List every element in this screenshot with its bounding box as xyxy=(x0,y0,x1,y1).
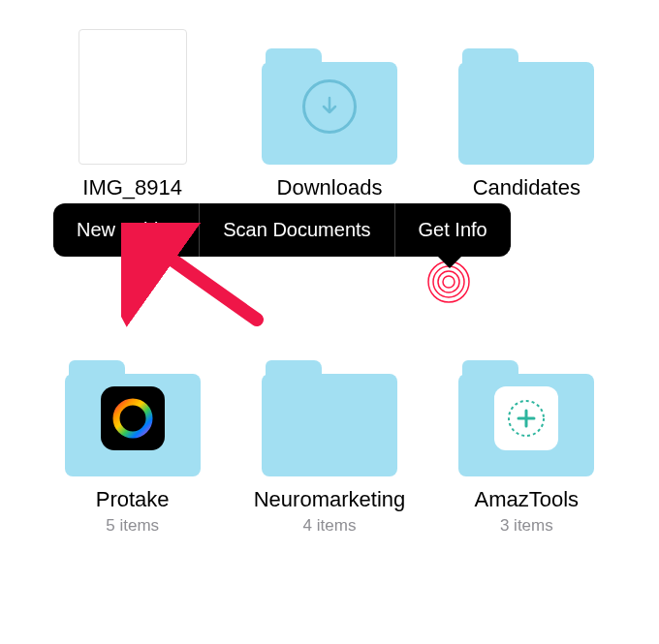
popover-caret-icon xyxy=(436,255,463,268)
download-icon xyxy=(302,79,357,134)
folder-item-amaztools[interactable]: AmazTools 3 items xyxy=(433,341,620,537)
folder-name: Neuromarketing xyxy=(254,486,406,513)
folder-meta: 4 items xyxy=(303,516,357,536)
file-icon xyxy=(65,29,201,165)
folder-icon xyxy=(65,341,201,476)
folder-name: Candidates xyxy=(473,174,581,201)
folder-icon xyxy=(458,29,594,165)
folder-name: AmazTools xyxy=(475,486,580,513)
folder-icon xyxy=(262,29,397,165)
folder-item-protake[interactable]: Protake 5 items xyxy=(39,341,226,537)
scan-documents-button[interactable]: Scan Documents xyxy=(200,203,393,257)
folder-item-downloads[interactable]: Downloads xyxy=(235,29,423,225)
folder-name: Protake xyxy=(96,486,170,513)
folder-name: Downloads xyxy=(277,174,383,201)
folder-item-neuromarketing[interactable]: Neuromarketing 4 items xyxy=(235,341,423,537)
file-name: IMG_8914 xyxy=(82,174,182,201)
protake-app-icon xyxy=(101,386,165,450)
image-thumbnail xyxy=(78,29,187,165)
folder-meta: 5 items xyxy=(106,516,159,536)
folder-icon xyxy=(262,341,397,476)
file-grid: IMG_8914 2 Downloads xyxy=(0,0,659,555)
folder-meta: 3 items xyxy=(500,516,553,536)
context-menu: New Folder Scan Documents Get Info xyxy=(53,203,511,257)
amaztools-app-icon xyxy=(494,386,558,450)
get-info-button[interactable]: Get Info xyxy=(395,203,511,257)
folder-icon xyxy=(458,341,594,476)
svg-point-0 xyxy=(116,402,149,435)
folder-item-candidates[interactable]: Candidates xyxy=(433,29,620,225)
file-item[interactable]: IMG_8914 2 xyxy=(39,29,226,225)
new-folder-button[interactable]: New Folder xyxy=(53,203,199,257)
